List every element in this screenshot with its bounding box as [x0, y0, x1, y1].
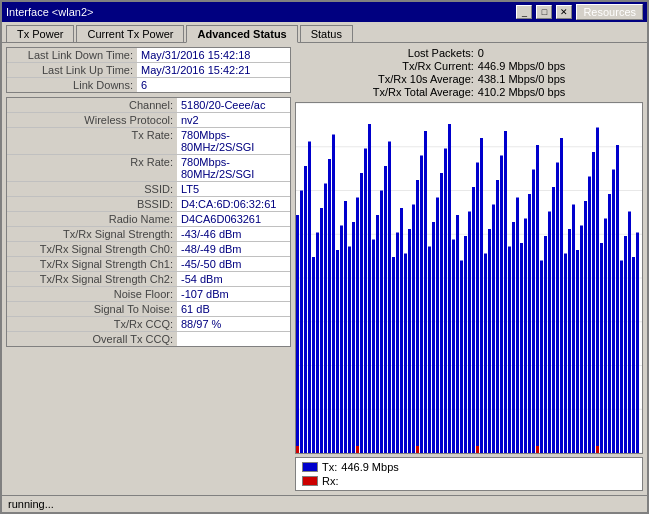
- title-bar: Interface <wlan2> _ □ ✕ Resources: [2, 2, 647, 22]
- link-downs-value: 6: [137, 78, 290, 92]
- rx-legend-label: Rx:: [322, 475, 339, 487]
- wireless-protocol-label: Wireless Protocol:: [7, 113, 177, 127]
- channel-value: 5180/20-Ceee/ac: [177, 98, 290, 112]
- radio-name-label: Radio Name:: [7, 212, 177, 226]
- tab-tx-power[interactable]: Tx Power: [6, 25, 74, 42]
- right-stats: Lost Packets: 0 Tx/Rx Current: 446.9 Mbp…: [295, 47, 643, 98]
- signal-strength-row: Tx/Rx Signal Strength: -43/-46 dBm: [7, 227, 290, 242]
- signal-strength-label: Tx/Rx Signal Strength:: [7, 227, 177, 241]
- tx-rx-current-value: 446.9 Mbps/0 bps: [478, 60, 643, 72]
- overall-tx-ccq-row: Overall Tx CCQ:: [7, 332, 290, 346]
- overall-tx-ccq-value: [177, 332, 290, 346]
- resources-button[interactable]: Resources: [576, 4, 643, 20]
- link-up-time-row: Last Link Up Time: May/31/2016 15:42:21: [7, 63, 290, 78]
- noise-floor-row: Noise Floor: -107 dBm: [7, 287, 290, 302]
- left-panel: Last Link Down Time: May/31/2016 15:42:1…: [6, 47, 291, 491]
- link-up-time-label: Last Link Up Time:: [7, 63, 137, 77]
- status-text: running...: [8, 498, 54, 510]
- top-info-panel: Last Link Down Time: May/31/2016 15:42:1…: [6, 47, 291, 93]
- signal-strength-value: -43/-46 dBm: [177, 227, 290, 241]
- main-window: Interface <wlan2> _ □ ✕ Resources Tx Pow…: [0, 0, 649, 514]
- signal-ch1-row: Tx/Rx Signal Strength Ch1: -45/-50 dBm: [7, 257, 290, 272]
- link-downs-row: Link Downs: 6: [7, 78, 290, 92]
- signal-to-noise-row: Signal To Noise: 61 dB: [7, 302, 290, 317]
- chart-legend: Tx: 446.9 Mbps Rx:: [295, 457, 643, 491]
- title-bar-title: Interface <wlan2>: [6, 6, 93, 18]
- ccq-value: 88/97 %: [177, 317, 290, 331]
- restore-button[interactable]: □: [536, 5, 552, 19]
- data-grid: Channel: 5180/20-Ceee/ac Wireless Protoc…: [6, 97, 291, 347]
- link-down-time-value: May/31/2016 15:42:18: [137, 48, 290, 62]
- link-up-time-value: May/31/2016 15:42:21: [137, 63, 290, 77]
- ssid-label: SSID:: [7, 182, 177, 196]
- link-downs-label: Link Downs:: [7, 78, 137, 92]
- tx-rate-value: 780Mbps-80MHz/2S/SGI: [177, 128, 290, 154]
- minimize-button[interactable]: _: [516, 5, 532, 19]
- rx-legend-item: Rx:: [302, 475, 636, 487]
- signal-to-noise-value: 61 dB: [177, 302, 290, 316]
- tx-rate-label: Tx Rate:: [7, 128, 177, 154]
- bssid-label: BSSID:: [7, 197, 177, 211]
- tx-legend-color: [302, 462, 318, 472]
- noise-floor-label: Noise Floor:: [7, 287, 177, 301]
- tab-advanced-status[interactable]: Advanced Status: [186, 25, 297, 43]
- tab-current-tx-power[interactable]: Current Tx Power: [76, 25, 184, 42]
- signal-ch2-row: Tx/Rx Signal Strength Ch2: -54 dBm: [7, 272, 290, 287]
- tab-status[interactable]: Status: [300, 25, 353, 42]
- tx-rx-total-value: 410.2 Mbps/0 bps: [478, 86, 643, 98]
- ccq-label: Tx/Rx CCQ:: [7, 317, 177, 331]
- ssid-row: SSID: LT5: [7, 182, 290, 197]
- tx-rx-10s-value: 438.1 Mbps/0 bps: [478, 73, 643, 85]
- signal-to-noise-label: Signal To Noise:: [7, 302, 177, 316]
- overall-tx-ccq-label: Overall Tx CCQ:: [7, 332, 177, 346]
- signal-ch0-row: Tx/Rx Signal Strength Ch0: -48/-49 dBm: [7, 242, 290, 257]
- radio-name-row: Radio Name: D4CA6D063261: [7, 212, 290, 227]
- radio-name-value: D4CA6D063261: [177, 212, 290, 226]
- tx-rx-10s-label: Tx/Rx 10s Average:: [295, 73, 474, 85]
- tx-rate-row: Tx Rate: 780Mbps-80MHz/2S/SGI: [7, 128, 290, 155]
- traffic-chart: [295, 102, 643, 454]
- rx-legend-color: [302, 476, 318, 486]
- channel-row: Channel: 5180/20-Ceee/ac: [7, 98, 290, 113]
- tx-legend-label: Tx:: [322, 461, 337, 473]
- rx-rate-row: Rx Rate: 780Mbps-80MHz/2S/SGI: [7, 155, 290, 182]
- close-button[interactable]: ✕: [556, 5, 572, 19]
- status-bar: running...: [2, 495, 647, 512]
- noise-floor-value: -107 dBm: [177, 287, 290, 301]
- wireless-protocol-value: nv2: [177, 113, 290, 127]
- link-down-time-label: Last Link Down Time:: [7, 48, 137, 62]
- content-area: Last Link Down Time: May/31/2016 15:42:1…: [2, 43, 647, 495]
- tx-rx-current-label: Tx/Rx Current:: [295, 60, 474, 72]
- tab-bar: Tx Power Current Tx Power Advanced Statu…: [2, 22, 647, 43]
- tx-legend-item: Tx: 446.9 Mbps: [302, 461, 636, 473]
- signal-ch1-value: -45/-50 dBm: [177, 257, 290, 271]
- rx-rate-value: 780Mbps-80MHz/2S/SGI: [177, 155, 290, 181]
- chart-canvas: [296, 103, 642, 453]
- link-down-time-row: Last Link Down Time: May/31/2016 15:42:1…: [7, 48, 290, 63]
- tx-rx-total-label: Tx/Rx Total Average:: [295, 86, 474, 98]
- tx-legend-value: 446.9 Mbps: [341, 461, 398, 473]
- lost-packets-value: 0: [478, 47, 643, 59]
- rx-rate-label: Rx Rate:: [7, 155, 177, 181]
- signal-ch0-value: -48/-49 dBm: [177, 242, 290, 256]
- ccq-row: Tx/Rx CCQ: 88/97 %: [7, 317, 290, 332]
- lost-packets-label: Lost Packets:: [295, 47, 474, 59]
- signal-ch2-value: -54 dBm: [177, 272, 290, 286]
- channel-label: Channel:: [7, 98, 177, 112]
- ssid-value: LT5: [177, 182, 290, 196]
- signal-ch0-label: Tx/Rx Signal Strength Ch0:: [7, 242, 177, 256]
- bssid-row: BSSID: D4:CA:6D:06:32:61: [7, 197, 290, 212]
- right-panel: Lost Packets: 0 Tx/Rx Current: 446.9 Mbp…: [295, 47, 643, 491]
- wireless-protocol-row: Wireless Protocol: nv2: [7, 113, 290, 128]
- bssid-value: D4:CA:6D:06:32:61: [177, 197, 290, 211]
- signal-ch2-label: Tx/Rx Signal Strength Ch2:: [7, 272, 177, 286]
- signal-ch1-label: Tx/Rx Signal Strength Ch1:: [7, 257, 177, 271]
